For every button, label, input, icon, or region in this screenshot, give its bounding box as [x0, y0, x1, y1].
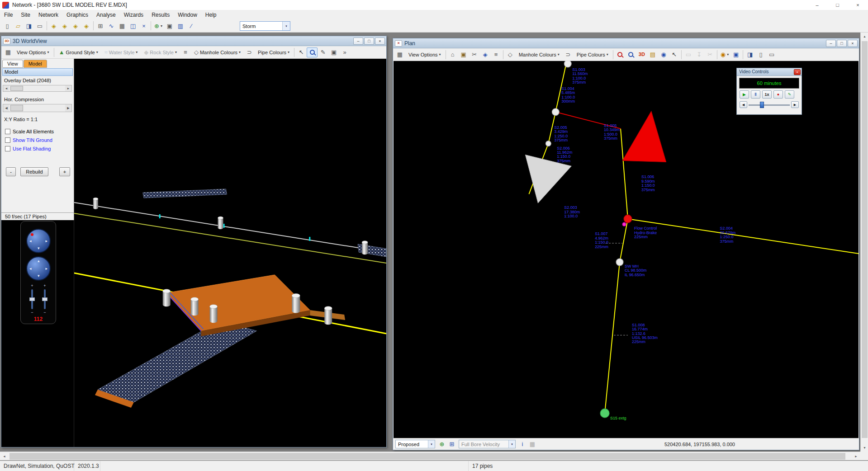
- manhole-cylinder[interactable]: [292, 294, 300, 313]
- nav-arrow-right-icon[interactable]: ▸: [45, 239, 47, 243]
- junction-tool-4[interactable]: ◈: [81, 20, 92, 31]
- plan-minimize-button[interactable]: –: [826, 40, 836, 47]
- network-export-icon[interactable]: ▦: [528, 440, 537, 449]
- plan-close-button[interactable]: ×: [848, 40, 858, 47]
- slider-track[interactable]: [31, 289, 33, 309]
- timeline-thumb[interactable]: [760, 102, 764, 108]
- horizontal-scrollbar[interactable]: ◄ ►: [0, 452, 860, 460]
- manhole-cylinder[interactable]: [163, 289, 171, 307]
- plan-shield[interactable]: ▣: [730, 50, 741, 60]
- plan-pipe-icon[interactable]: ⊃: [563, 50, 574, 60]
- wv-legend[interactable]: ≡: [180, 47, 191, 57]
- wv-zoom[interactable]: [307, 47, 318, 57]
- manhole-node[interactable]: [552, 108, 559, 116]
- print[interactable]: ▭: [34, 20, 45, 31]
- menu-help[interactable]: Help: [201, 10, 221, 19]
- slider-left-arrow-icon[interactable]: ◄: [3, 85, 9, 91]
- plan-zoom-in[interactable]: [615, 50, 626, 60]
- speed-button[interactable]: 1x: [762, 90, 772, 99]
- manhole-cylinder[interactable]: [362, 241, 368, 255]
- worldview-viewport[interactable]: [74, 59, 386, 447]
- worldview-titlebar[interactable]: 3D 3D WorldView – □ ×: [1, 36, 386, 46]
- zoom-slider-2[interactable]: +−: [40, 284, 50, 315]
- delete-results[interactable]: ×: [138, 20, 149, 31]
- plan-maximize-button[interactable]: □: [837, 40, 847, 47]
- junction-tool-2[interactable]: ◈: [59, 20, 70, 31]
- nav-arrow-left-icon[interactable]: ◂: [29, 267, 32, 271]
- detail-plus-button[interactable]: +: [59, 167, 70, 176]
- rebuild-button[interactable]: Rebuild: [20, 167, 48, 176]
- scenario-dropdown-icon[interactable]: ▾: [428, 440, 435, 448]
- video-controls-title[interactable]: Video Controls: [737, 68, 802, 76]
- control-marker[interactable]: [622, 222, 626, 226]
- manhole-node[interactable]: [564, 61, 571, 67]
- wv-select-cursor[interactable]: ↖: [296, 47, 307, 57]
- plan-3d-cube[interactable]: ▣: [458, 50, 469, 60]
- checkbox-use-flat-shading[interactable]: Use Flat Shading: [5, 146, 70, 151]
- manhole-cylinder[interactable]: [324, 306, 332, 325]
- window-layout[interactable]: ▣: [164, 20, 175, 31]
- new-document[interactable]: ▯: [2, 20, 13, 31]
- plan-update[interactable]: ◉: [658, 50, 669, 60]
- video-controls-close-button[interactable]: ×: [794, 69, 801, 75]
- wv-manhole-colours[interactable]: ◇Manhole Colours▾: [191, 47, 244, 57]
- slider-handle[interactable]: [29, 297, 35, 301]
- close-button[interactable]: ×: [848, 0, 868, 10]
- orbit-dial-1[interactable]: ◂▸▾: [26, 229, 51, 253]
- worldview-minimize-button[interactable]: –: [353, 38, 363, 45]
- cross-section[interactable]: ◫: [128, 20, 138, 31]
- globe-icon[interactable]: ⊕: [437, 440, 446, 449]
- plan-zoom-out[interactable]: [626, 50, 636, 60]
- worldview-maximize-button[interactable]: □: [364, 38, 374, 45]
- junction-tool-3[interactable]: ◈: [70, 20, 81, 31]
- nav-arrow-left-icon[interactable]: ◂: [29, 239, 32, 243]
- nav-arrow-down-icon[interactable]: ▾: [38, 246, 40, 250]
- manhole-cylinder[interactable]: [191, 297, 199, 316]
- plan-schedule[interactable]: ≡: [491, 50, 502, 60]
- record-button[interactable]: ●: [773, 90, 783, 99]
- minus-icon[interactable]: −: [40, 311, 50, 315]
- plus-icon[interactable]: +: [40, 284, 50, 288]
- plan-snapshot[interactable]: ✂: [469, 50, 480, 60]
- web-globe[interactable]: ⊕▾: [152, 20, 164, 31]
- manhole-cylinder[interactable]: [210, 305, 218, 323]
- open-folder[interactable]: ▱: [13, 20, 24, 31]
- annotate-button[interactable]: ✎: [785, 90, 794, 99]
- slider-thumb[interactable]: [10, 105, 23, 111]
- step-forward-button[interactable]: ▶: [791, 101, 799, 108]
- nav-arrow-right-icon[interactable]: ▸: [45, 267, 47, 271]
- menu-wizards[interactable]: Wizards: [120, 10, 147, 19]
- play-button[interactable]: ▶: [740, 90, 749, 99]
- plan-grid[interactable]: ▦: [394, 50, 405, 60]
- nav-arrow-up-icon[interactable]: ▴: [38, 259, 40, 263]
- manhole-cylinder[interactable]: [218, 217, 223, 229]
- checkbox-box[interactable]: [5, 146, 10, 151]
- scenario-select[interactable]: Proposed ▾: [395, 440, 435, 448]
- timeline-slider[interactable]: [749, 102, 790, 108]
- plan-print[interactable]: ▭: [766, 50, 777, 60]
- maximize-button[interactable]: □: [827, 0, 848, 10]
- plan-home[interactable]: ⌂: [447, 50, 458, 60]
- pause-button[interactable]: ‖: [751, 90, 760, 99]
- scroll-left-icon[interactable]: ◄: [0, 452, 9, 461]
- wv-grid[interactable]: ▦: [3, 47, 14, 57]
- worldview-close-button[interactable]: ×: [375, 38, 385, 45]
- menu-file[interactable]: File: [0, 10, 17, 19]
- minimize-button[interactable]: –: [807, 0, 827, 10]
- manhole-node[interactable]: [545, 141, 551, 146]
- outfall-node[interactable]: [600, 409, 609, 418]
- menu-site[interactable]: Site: [17, 10, 34, 19]
- gradient-tool[interactable]: ∕: [186, 20, 197, 31]
- vertical-scroll-thumb[interactable]: [862, 41, 868, 438]
- worldview-scene[interactable]: [74, 59, 386, 447]
- slider-right-arrow-icon[interactable]: ►: [65, 85, 71, 91]
- save[interactable]: ◨: [24, 20, 34, 31]
- layers-icon[interactable]: ⊞: [447, 440, 456, 449]
- checkbox-box[interactable]: [5, 129, 10, 134]
- junction-tool-1[interactable]: ◈: [48, 20, 59, 31]
- calculator[interactable]: ⊞: [95, 20, 106, 31]
- vertical-scrollbar[interactable]: ▲ ▼: [860, 33, 868, 452]
- wv-more[interactable]: »: [339, 47, 350, 57]
- checkbox-show-tin-ground[interactable]: Show TIN Ground: [5, 137, 70, 143]
- menu-analyse[interactable]: Analyse: [92, 10, 120, 19]
